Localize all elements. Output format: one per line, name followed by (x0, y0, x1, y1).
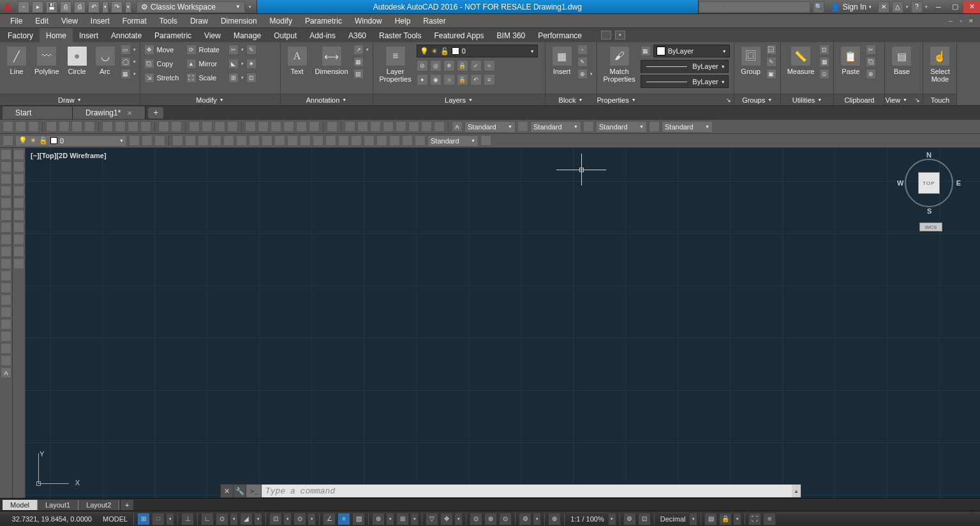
copy-base-icon[interactable]: ⊕ (866, 69, 876, 79)
dimension-button[interactable]: ⟷Dimension (313, 45, 351, 77)
create-block-icon[interactable]: ▫ (577, 45, 588, 55)
isoplane-dd-icon[interactable]: ▾ (255, 513, 262, 525)
panel-properties-footer[interactable]: Properties▼↘ (597, 94, 734, 105)
group-button[interactable]: ⿴Group (738, 45, 764, 77)
polar-dd-icon[interactable]: ▾ (230, 513, 238, 525)
3dosnap-dd-icon[interactable]: ▾ (308, 513, 316, 525)
layer-selector[interactable]: 💡☀🔓 0 ▼ (15, 135, 127, 147)
cmdline-prompt-icon[interactable]: ≻_ (246, 485, 262, 497)
st-xline-icon[interactable] (1, 161, 11, 172)
linetype-dropdown[interactable]: ByLayer▼ (641, 75, 729, 88)
tb-pan-icon[interactable] (189, 121, 200, 132)
tb-match2-icon[interactable] (140, 121, 151, 132)
hatch-icon[interactable]: ▦ (121, 69, 131, 79)
tb-dim1-icon[interactable] (345, 121, 355, 132)
autoscale-icon[interactable]: ⊕ (484, 513, 497, 525)
selcyc-dd-icon[interactable]: ▾ (387, 513, 394, 525)
tb-cut2-icon[interactable] (102, 121, 113, 132)
st-block-icon[interactable] (1, 295, 11, 305)
exchange-icon[interactable]: ✕ (878, 1, 889, 13)
leader-icon[interactable]: ↗ (353, 45, 364, 55)
fullscreen-icon[interactable]: ⛶ (748, 513, 761, 525)
tab-performance[interactable]: Performance (531, 28, 588, 42)
close-tab-icon[interactable]: ✕ (127, 110, 132, 117)
st2-move-icon[interactable] (13, 210, 24, 221)
layer-match-icon[interactable]: ≈ (484, 60, 495, 71)
st-polygon-icon[interactable] (1, 186, 11, 196)
select-mode-button[interactable]: ☝Select Mode (927, 45, 953, 84)
tab-annotate[interactable]: Annotate (105, 28, 148, 42)
tb-zoom-win-icon[interactable] (214, 121, 225, 132)
tb-d7-icon[interactable] (249, 135, 260, 146)
tb-d18-icon[interactable] (389, 135, 400, 146)
panel-groups-footer[interactable]: Groups▼ (734, 94, 780, 105)
annoscale-icon[interactable]: ⊙ (499, 513, 512, 525)
isolate-objects-icon[interactable]: ⊡ (638, 513, 651, 525)
tab-insert[interactable]: Insert (73, 28, 105, 42)
compass-w[interactable]: W (897, 179, 903, 187)
tb-tablestyle-icon[interactable] (583, 121, 594, 132)
selection-filter-icon[interactable]: ▽ (426, 513, 438, 525)
zoom-level[interactable]: 1:1 / 100% (568, 515, 607, 523)
3dosnap-icon[interactable]: ⊙ (293, 513, 306, 525)
rectangle-icon[interactable]: ▭ (121, 45, 131, 55)
tab-model[interactable]: Model (3, 500, 38, 510)
drawing-viewport[interactable]: [−][Top][2D Wireframe] Y X N S E W TOP W… (26, 148, 980, 498)
tab-parametric[interactable]: Parametric (148, 28, 198, 42)
tb-save-icon[interactable] (28, 121, 39, 132)
tb-layerprops-icon[interactable] (3, 135, 13, 146)
tb-d14-icon[interactable] (338, 135, 349, 146)
qat-new-icon[interactable]: ▫ (18, 1, 29, 13)
tb-dim2-icon[interactable] (357, 121, 368, 132)
layer-freeze-icon[interactable]: ❄ (443, 60, 455, 71)
layer-on-icon[interactable]: ● (417, 74, 428, 85)
measure-button[interactable]: 📏Measure (785, 45, 817, 77)
panel-block-footer[interactable]: Block▼ (546, 94, 597, 105)
tb-dim6-icon[interactable] (408, 121, 419, 132)
dim-style-dropdown[interactable]: Standard▼ (530, 121, 581, 133)
tab-bim360[interactable]: BIM 360 (491, 28, 532, 42)
st-ellipse-icon[interactable] (1, 258, 11, 269)
stay-connected-icon[interactable]: △ (892, 1, 903, 13)
tab-layout1[interactable]: Layout1 (38, 500, 78, 510)
tb-redo2-icon[interactable] (171, 121, 182, 132)
move-icon[interactable]: ✥ (144, 45, 154, 55)
tab-home[interactable]: Home (40, 28, 73, 42)
osnap-dd-icon[interactable]: ▾ (284, 513, 292, 525)
panel-annotation-footer[interactable]: Annotation▼ (281, 94, 373, 105)
workspace-dd-icon[interactable]: ▾ (533, 513, 541, 525)
tb-dimupdate-icon[interactable] (480, 135, 491, 146)
tb-d10-icon[interactable] (287, 135, 298, 146)
qat-redo-dd-icon[interactable]: ▾ (125, 1, 131, 13)
offset-icon[interactable]: ⊡ (246, 73, 256, 83)
help-search-input[interactable] (699, 1, 810, 13)
lineweight-dropdown[interactable]: ByLayer▼ (641, 60, 729, 73)
point-style-icon[interactable]: ⊙ (819, 69, 829, 79)
units-dd-icon[interactable]: ▾ (690, 513, 697, 525)
grid-toggle-icon[interactable]: ⊞ (137, 513, 150, 525)
menu-modify[interactable]: Modify (264, 15, 299, 27)
tb-d16-icon[interactable] (364, 135, 375, 146)
tb-new-icon[interactable] (3, 121, 13, 132)
copy-icon[interactable]: ⿻ (144, 59, 154, 69)
hardware-accel-icon[interactable]: ⚙ (623, 513, 636, 525)
layer-prev-icon[interactable]: ↶ (470, 74, 482, 85)
menu-format[interactable]: Format (116, 15, 153, 27)
arc-button[interactable]: ◡Arc (93, 45, 118, 77)
st2-copy-icon[interactable] (13, 161, 24, 172)
osnap-toggle-icon[interactable]: ⊡ (269, 513, 282, 525)
dyn-ucs-icon[interactable]: ⊞ (396, 513, 409, 525)
maximize-button[interactable]: ▢ (947, 1, 963, 13)
tb-d6-icon[interactable] (236, 135, 247, 146)
tb-dim8-icon[interactable] (434, 121, 445, 132)
menu-parametric[interactable]: Parametric (299, 15, 348, 27)
tab-a360[interactable]: A360 (342, 28, 373, 42)
panel-modify-footer[interactable]: Modify▼ (140, 94, 280, 105)
menu-view[interactable]: View (55, 15, 84, 27)
tb-layerstate-icon[interactable] (129, 135, 140, 146)
polar-toggle-icon[interactable]: ⊙ (216, 513, 228, 525)
viewcube-face-top[interactable]: TOP (918, 172, 940, 194)
tab-addins[interactable]: Add-ins (303, 28, 342, 42)
tb-d15-icon[interactable] (351, 135, 362, 146)
st-ellipsearc-icon[interactable] (1, 270, 11, 281)
